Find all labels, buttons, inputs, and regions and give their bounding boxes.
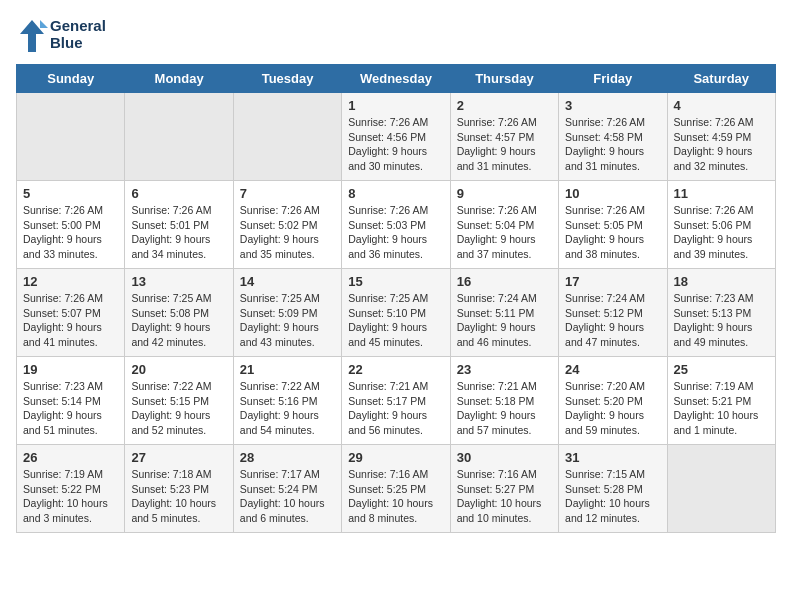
calendar-cell: 5Sunrise: 7:26 AM Sunset: 5:00 PM Daylig… [17,181,125,269]
day-number: 9 [457,186,553,201]
calendar-cell: 27Sunrise: 7:18 AM Sunset: 5:23 PM Dayli… [125,445,233,533]
day-number: 29 [348,450,444,465]
day-number: 20 [131,362,227,377]
header-row: SundayMondayTuesdayWednesdayThursdayFrid… [17,65,776,93]
calendar-cell: 29Sunrise: 7:16 AM Sunset: 5:25 PM Dayli… [342,445,450,533]
day-number: 17 [565,274,661,289]
cell-content: Sunrise: 7:19 AM Sunset: 5:21 PM Dayligh… [674,379,770,438]
calendar-cell: 7Sunrise: 7:26 AM Sunset: 5:02 PM Daylig… [233,181,341,269]
day-number: 3 [565,98,661,113]
cell-content: Sunrise: 7:20 AM Sunset: 5:20 PM Dayligh… [565,379,661,438]
calendar-body: 1Sunrise: 7:26 AM Sunset: 4:56 PM Daylig… [17,93,776,533]
day-number: 11 [674,186,770,201]
day-number: 5 [23,186,119,201]
calendar-cell: 17Sunrise: 7:24 AM Sunset: 5:12 PM Dayli… [559,269,667,357]
day-number: 23 [457,362,553,377]
day-number: 24 [565,362,661,377]
calendar-cell: 10Sunrise: 7:26 AM Sunset: 5:05 PM Dayli… [559,181,667,269]
day-number: 8 [348,186,444,201]
weekday-header: Friday [559,65,667,93]
cell-content: Sunrise: 7:22 AM Sunset: 5:16 PM Dayligh… [240,379,336,438]
calendar-cell: 31Sunrise: 7:15 AM Sunset: 5:28 PM Dayli… [559,445,667,533]
calendar-cell: 26Sunrise: 7:19 AM Sunset: 5:22 PM Dayli… [17,445,125,533]
calendar-week-row: 19Sunrise: 7:23 AM Sunset: 5:14 PM Dayli… [17,357,776,445]
calendar-cell: 25Sunrise: 7:19 AM Sunset: 5:21 PM Dayli… [667,357,775,445]
day-number: 15 [348,274,444,289]
day-number: 13 [131,274,227,289]
calendar-cell: 21Sunrise: 7:22 AM Sunset: 5:16 PM Dayli… [233,357,341,445]
calendar-cell: 19Sunrise: 7:23 AM Sunset: 5:14 PM Dayli… [17,357,125,445]
day-number: 21 [240,362,336,377]
day-number: 18 [674,274,770,289]
cell-content: Sunrise: 7:23 AM Sunset: 5:13 PM Dayligh… [674,291,770,350]
day-number: 26 [23,450,119,465]
calendar-cell: 11Sunrise: 7:26 AM Sunset: 5:06 PM Dayli… [667,181,775,269]
calendar-cell [667,445,775,533]
cell-content: Sunrise: 7:26 AM Sunset: 5:04 PM Dayligh… [457,203,553,262]
calendar-week-row: 1Sunrise: 7:26 AM Sunset: 4:56 PM Daylig… [17,93,776,181]
calendar-table: SundayMondayTuesdayWednesdayThursdayFrid… [16,64,776,533]
day-number: 12 [23,274,119,289]
calendar-header: SundayMondayTuesdayWednesdayThursdayFrid… [17,65,776,93]
logo: General Blue [16,16,106,52]
calendar-cell: 28Sunrise: 7:17 AM Sunset: 5:24 PM Dayli… [233,445,341,533]
calendar-cell: 14Sunrise: 7:25 AM Sunset: 5:09 PM Dayli… [233,269,341,357]
svg-marker-1 [40,20,48,28]
calendar-cell: 6Sunrise: 7:26 AM Sunset: 5:01 PM Daylig… [125,181,233,269]
cell-content: Sunrise: 7:23 AM Sunset: 5:14 PM Dayligh… [23,379,119,438]
calendar-cell: 1Sunrise: 7:26 AM Sunset: 4:56 PM Daylig… [342,93,450,181]
day-number: 30 [457,450,553,465]
calendar-cell [17,93,125,181]
cell-content: Sunrise: 7:26 AM Sunset: 4:56 PM Dayligh… [348,115,444,174]
day-number: 6 [131,186,227,201]
weekday-header: Sunday [17,65,125,93]
day-number: 28 [240,450,336,465]
day-number: 10 [565,186,661,201]
calendar-cell: 13Sunrise: 7:25 AM Sunset: 5:08 PM Dayli… [125,269,233,357]
calendar-week-row: 5Sunrise: 7:26 AM Sunset: 5:00 PM Daylig… [17,181,776,269]
cell-content: Sunrise: 7:26 AM Sunset: 4:59 PM Dayligh… [674,115,770,174]
day-number: 25 [674,362,770,377]
calendar-cell: 4Sunrise: 7:26 AM Sunset: 4:59 PM Daylig… [667,93,775,181]
cell-content: Sunrise: 7:16 AM Sunset: 5:25 PM Dayligh… [348,467,444,526]
calendar-cell: 15Sunrise: 7:25 AM Sunset: 5:10 PM Dayli… [342,269,450,357]
day-number: 7 [240,186,336,201]
calendar-cell: 16Sunrise: 7:24 AM Sunset: 5:11 PM Dayli… [450,269,558,357]
calendar-cell: 8Sunrise: 7:26 AM Sunset: 5:03 PM Daylig… [342,181,450,269]
weekday-header: Wednesday [342,65,450,93]
cell-content: Sunrise: 7:15 AM Sunset: 5:28 PM Dayligh… [565,467,661,526]
cell-content: Sunrise: 7:24 AM Sunset: 5:11 PM Dayligh… [457,291,553,350]
day-number: 4 [674,98,770,113]
cell-content: Sunrise: 7:26 AM Sunset: 4:58 PM Dayligh… [565,115,661,174]
cell-content: Sunrise: 7:26 AM Sunset: 5:01 PM Dayligh… [131,203,227,262]
day-number: 14 [240,274,336,289]
calendar-cell: 12Sunrise: 7:26 AM Sunset: 5:07 PM Dayli… [17,269,125,357]
cell-content: Sunrise: 7:25 AM Sunset: 5:09 PM Dayligh… [240,291,336,350]
logo-blue: Blue [50,34,106,51]
logo-general: General [50,17,106,34]
cell-content: Sunrise: 7:26 AM Sunset: 4:57 PM Dayligh… [457,115,553,174]
calendar-cell [125,93,233,181]
cell-content: Sunrise: 7:26 AM Sunset: 5:06 PM Dayligh… [674,203,770,262]
cell-content: Sunrise: 7:19 AM Sunset: 5:22 PM Dayligh… [23,467,119,526]
calendar-cell: 2Sunrise: 7:26 AM Sunset: 4:57 PM Daylig… [450,93,558,181]
cell-content: Sunrise: 7:26 AM Sunset: 5:02 PM Dayligh… [240,203,336,262]
cell-content: Sunrise: 7:24 AM Sunset: 5:12 PM Dayligh… [565,291,661,350]
calendar-cell: 22Sunrise: 7:21 AM Sunset: 5:17 PM Dayli… [342,357,450,445]
day-number: 22 [348,362,444,377]
calendar-cell: 30Sunrise: 7:16 AM Sunset: 5:27 PM Dayli… [450,445,558,533]
cell-content: Sunrise: 7:26 AM Sunset: 5:07 PM Dayligh… [23,291,119,350]
cell-content: Sunrise: 7:25 AM Sunset: 5:10 PM Dayligh… [348,291,444,350]
weekday-header: Thursday [450,65,558,93]
calendar-cell: 20Sunrise: 7:22 AM Sunset: 5:15 PM Dayli… [125,357,233,445]
cell-content: Sunrise: 7:25 AM Sunset: 5:08 PM Dayligh… [131,291,227,350]
day-number: 1 [348,98,444,113]
calendar-cell: 3Sunrise: 7:26 AM Sunset: 4:58 PM Daylig… [559,93,667,181]
logo-container: General Blue [16,16,106,52]
calendar-cell: 9Sunrise: 7:26 AM Sunset: 5:04 PM Daylig… [450,181,558,269]
cell-content: Sunrise: 7:18 AM Sunset: 5:23 PM Dayligh… [131,467,227,526]
calendar-cell: 23Sunrise: 7:21 AM Sunset: 5:18 PM Dayli… [450,357,558,445]
calendar-week-row: 12Sunrise: 7:26 AM Sunset: 5:07 PM Dayli… [17,269,776,357]
weekday-header: Monday [125,65,233,93]
cell-content: Sunrise: 7:26 AM Sunset: 5:03 PM Dayligh… [348,203,444,262]
